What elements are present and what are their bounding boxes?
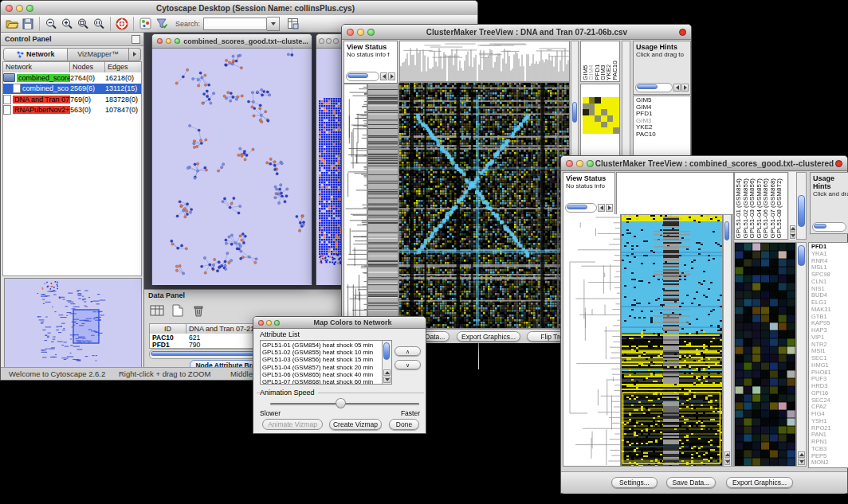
close-icon[interactable] <box>319 38 324 44</box>
network-window-2-title-bar[interactable] <box>316 34 344 49</box>
settings-button[interactable]: Settings... <box>611 477 658 488</box>
matrix-cell[interactable] <box>601 122 607 128</box>
tab-network[interactable]: Network <box>3 48 68 61</box>
yellow-matrix[interactable] <box>583 97 619 134</box>
annotation-icon[interactable] <box>137 16 153 32</box>
matrix-cell[interactable] <box>583 127 589 134</box>
matrix-cell[interactable] <box>607 115 614 122</box>
usage-hscrollbar[interactable] <box>812 222 846 232</box>
treeview2-title-bar[interactable]: ClusterMaker TreeView : combined_scores_… <box>561 156 847 171</box>
row-dendrogram-panel[interactable] <box>344 84 367 329</box>
matrix-cell[interactable] <box>595 109 601 115</box>
speed-slider-thumb[interactable] <box>336 398 346 408</box>
main-title-bar[interactable]: Cytoscape Desktop (Session Name: collins… <box>1 1 477 16</box>
minimize-icon[interactable] <box>326 38 332 44</box>
matrix-cell[interactable] <box>601 104 607 110</box>
matrix-cell[interactable] <box>601 97 607 104</box>
matrix-cell[interactable] <box>607 97 614 104</box>
minimize-icon[interactable] <box>166 38 171 44</box>
matrix-cell[interactable] <box>595 115 601 122</box>
gene-label[interactable]: PAC10 <box>636 131 690 139</box>
create-vizmap-button[interactable]: Create Vizmap <box>329 419 382 430</box>
dialog-title-bar[interactable]: Map Colors to Network <box>253 317 426 329</box>
matrix-cell[interactable] <box>583 97 589 104</box>
matrix-cell[interactable] <box>595 127 601 134</box>
matrix-cell[interactable] <box>601 127 607 134</box>
matrix-cell[interactable] <box>613 97 619 104</box>
global-heatmap-panel[interactable] <box>398 82 570 329</box>
matrix-cell[interactable] <box>607 122 614 128</box>
close-icon[interactable] <box>6 5 13 12</box>
matrix-cell[interactable] <box>595 122 601 128</box>
close-icon[interactable] <box>258 320 264 326</box>
col-header-edges[interactable]: Edges <box>105 62 141 72</box>
network-overview-panel[interactable] <box>4 278 142 368</box>
status-hscrollbar[interactable] <box>346 72 379 81</box>
animate-vizmap-button[interactable]: Animate Vizmap <box>262 419 323 430</box>
attribute-list-item[interactable]: GPL51-07 (GSM868) heat shock 60 min <box>262 378 381 385</box>
minimize-icon[interactable] <box>16 5 23 12</box>
attribute-list[interactable]: GPL51-01 (GSM854) heat shock 05 minGPL51… <box>260 340 392 385</box>
status-hscrollbar[interactable] <box>565 203 597 213</box>
zoom-window-icon[interactable] <box>274 320 280 326</box>
matrix-cell[interactable] <box>595 97 601 104</box>
search-dropdown-button[interactable] <box>267 17 280 31</box>
network-list-row[interactable]: DNA and Tran 07769(0)183728(0) <box>3 94 141 105</box>
save-data-button[interactable]: Save Data... <box>666 477 716 488</box>
export-graphics-button[interactable]: Export Graphics... <box>457 331 520 342</box>
matrix-cell[interactable] <box>613 122 619 128</box>
close-icon[interactable] <box>347 29 354 36</box>
matrix-cell[interactable] <box>595 104 601 110</box>
zoom-window-icon[interactable] <box>587 160 594 167</box>
matrix-cell[interactable] <box>589 97 595 104</box>
scroll-left-button[interactable] <box>598 204 605 212</box>
open-file-icon[interactable] <box>4 16 20 32</box>
network-list-row[interactable]: combined_sco2569(6)13112(15) <box>3 84 141 95</box>
network-list-row[interactable]: combined_scores2764(0)16218(0) <box>3 72 141 84</box>
table-import-icon[interactable] <box>285 16 300 32</box>
attribute-list-item[interactable]: GPL51-02 (GSM855) heat shock 10 min <box>262 349 381 356</box>
close-icon[interactable] <box>566 160 573 167</box>
close-icon[interactable] <box>157 38 163 44</box>
matrix-cell[interactable] <box>583 115 589 122</box>
matrix-cell[interactable] <box>583 122 589 128</box>
zoom-window-icon[interactable] <box>333 38 339 44</box>
new-attribute-icon[interactable] <box>170 303 186 318</box>
float-panel-icon[interactable] <box>132 35 140 44</box>
scroll-left-button[interactable] <box>673 84 681 92</box>
matrix-cell[interactable] <box>607 109 614 115</box>
network-window-title-bar[interactable]: combined_scores_good.txt--cluste... <box>152 34 312 49</box>
matrix-cell[interactable] <box>607 104 614 110</box>
list-vscrollbar[interactable] <box>382 341 391 384</box>
attribute-list-item[interactable]: GPL51-01 (GSM854) heat shock 05 min <box>262 342 381 349</box>
gene-list-panel[interactable]: PFD1YRA1RNR4MSL1SPC98CLN1NIS1BUD4ELG1MAK… <box>808 242 848 468</box>
scroll-right-button[interactable] <box>388 72 395 80</box>
zoom-window-icon[interactable] <box>175 38 180 44</box>
export-graphics-button[interactable]: Export Graphics... <box>726 477 793 488</box>
attribute-list-item[interactable]: GPL51-06 (GSM865) heat shock 40 min <box>262 371 381 378</box>
done-button[interactable]: Done <box>389 419 419 430</box>
network-canvas-2[interactable] <box>316 49 344 285</box>
zoom-out-icon[interactable] <box>43 16 59 32</box>
zoom-window-icon[interactable] <box>367 29 375 36</box>
filter-icon[interactable] <box>153 16 169 32</box>
col-header-nodes[interactable]: Nodes <box>70 62 105 72</box>
network-list-row[interactable]: RNAPuberNov2+563(0)107847(0) <box>3 105 141 116</box>
data-col-id[interactable]: ID <box>150 324 186 334</box>
scroll-right-button[interactable] <box>681 84 689 92</box>
move-up-button[interactable]: ∧ <box>395 346 421 356</box>
matrix-cell[interactable] <box>589 104 595 110</box>
attribute-select-icon[interactable] <box>149 303 165 318</box>
matrix-cell[interactable] <box>583 109 589 115</box>
matrix-cell[interactable] <box>613 109 619 115</box>
search-input[interactable] <box>203 18 267 30</box>
usage-hscrollbar[interactable] <box>635 83 673 92</box>
column-dendrogram-panel[interactable] <box>399 41 570 82</box>
minimize-icon[interactable] <box>266 320 272 326</box>
overview-canvas[interactable] <box>5 279 139 365</box>
zoom-heatmap-panel[interactable] <box>734 242 796 467</box>
zoom-selected-icon[interactable] <box>75 16 91 32</box>
labels-vscrollbar[interactable] <box>796 172 807 240</box>
matrix-cell[interactable] <box>613 104 619 110</box>
matrix-cell[interactable] <box>589 115 595 122</box>
